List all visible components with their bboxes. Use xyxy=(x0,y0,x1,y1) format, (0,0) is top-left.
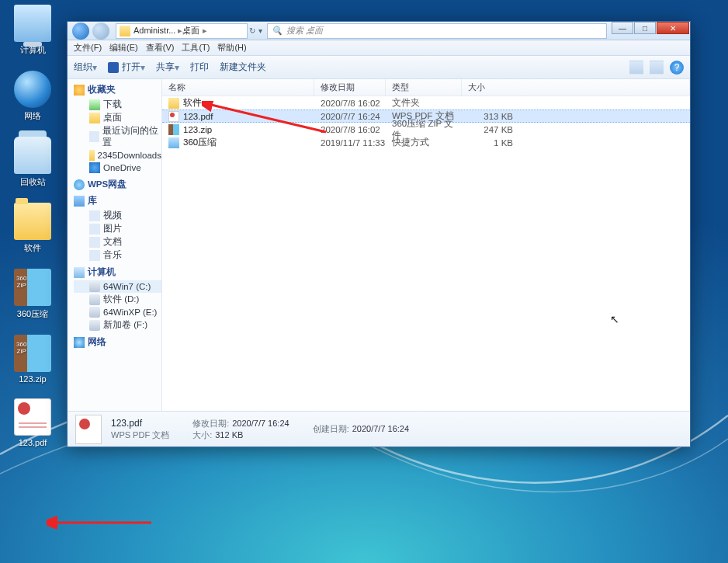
desktop: 计算机 网络 回收站 软件 360压缩 123.zip 123.pdf xyxy=(0,0,70,448)
preview-pane-icon[interactable] xyxy=(650,61,664,75)
menu-view[interactable]: 查看(V) xyxy=(146,42,175,54)
desktop-icon-label: 123.zip xyxy=(5,374,61,384)
titlebar[interactable]: Administr... 桌面 ↻ ▾ 🔍 搜索 桌面 — □ ✕ xyxy=(68,22,690,40)
file-date: 2020/7/7 16:24 xyxy=(314,112,386,121)
tb-newfolder[interactable]: 新建文件夹 xyxy=(220,61,266,74)
toolbar: 组织 打开 共享 打印 新建文件夹 ? xyxy=(68,56,690,79)
detail-cdate-v: 2020/7/7 16:24 xyxy=(352,424,409,433)
col-name[interactable]: 名称 xyxy=(162,79,314,96)
detail-name: 123.pdf xyxy=(111,418,169,429)
col-date[interactable]: 修改日期 xyxy=(314,79,386,96)
file-list: 名称 修改日期 类型 大小 软件2020/7/8 16:02文件夹123.pdf… xyxy=(162,79,690,411)
menu-help[interactable]: 帮助(H) xyxy=(217,42,246,54)
desktop-icon-recycle[interactable]: 回收站 xyxy=(5,137,61,189)
nav-item-2345[interactable]: 2345Downloads xyxy=(74,149,161,162)
globe-icon xyxy=(14,71,51,108)
col-size[interactable]: 大小 xyxy=(462,79,690,96)
nav-item-doc[interactable]: 文档 xyxy=(74,235,161,248)
window-controls: — □ ✕ xyxy=(612,27,690,34)
desktop-icon-123pdf[interactable]: 123.pdf xyxy=(5,398,61,448)
column-headers: 名称 修改日期 类型 大小 xyxy=(162,79,690,96)
tb-open[interactable]: 打开 xyxy=(108,61,145,74)
nav-item-video[interactable]: 视频 xyxy=(74,209,161,222)
desktop-icon-label: 360压缩 xyxy=(5,308,61,321)
desktop-icon-123zip[interactable]: 123.zip xyxy=(5,335,61,384)
nav-item-e[interactable]: 64WinXP (E:) xyxy=(74,306,161,318)
nav-back-button[interactable] xyxy=(72,23,89,40)
desktop-icon-label: 软件 xyxy=(5,242,61,255)
desktop-icon-network[interactable]: 网络 xyxy=(5,71,61,123)
nav-item-onedrive[interactable]: OneDrive xyxy=(74,162,161,174)
breadcrumb-seg[interactable]: Administr... xyxy=(133,26,182,36)
nav-pane: 收藏夹 下载 桌面 最近访问的位置 2345Downloads OneDrive… xyxy=(68,79,162,411)
desktop-icon-computer[interactable]: 计算机 xyxy=(5,5,61,57)
desktop-icon-software[interactable]: 软件 xyxy=(5,203,61,255)
close-button[interactable]: ✕ xyxy=(657,22,689,34)
desktop-icon-label: 回收站 xyxy=(5,176,61,189)
detail-mdate-v: 2020/7/7 16:24 xyxy=(232,419,289,428)
nav-item-recent[interactable]: 最近访问的位置 xyxy=(74,124,161,149)
file-name: 360压缩 xyxy=(183,137,217,148)
file-type: 文件夹 xyxy=(386,97,462,109)
menu-bar: 文件(F) 编辑(E) 查看(V) 工具(T) 帮助(H) xyxy=(68,40,690,56)
nav-computer[interactable]: 计算机 xyxy=(74,266,161,278)
nav-item-f[interactable]: 新加卷 (F:) xyxy=(74,318,161,332)
detail-mdate-k: 修改日期: xyxy=(192,419,229,428)
zip-icon xyxy=(14,335,51,372)
file-date: 2020/7/8 16:02 xyxy=(314,99,386,108)
nav-item-d[interactable]: 软件 (D:) xyxy=(74,293,161,306)
nav-item-c[interactable]: 64Win7 (C:) xyxy=(74,280,161,293)
maximize-button[interactable]: □ xyxy=(634,22,656,34)
nav-network[interactable]: 网络 xyxy=(74,336,161,348)
col-type[interactable]: 类型 xyxy=(386,79,462,96)
recycle-bin-icon xyxy=(14,137,51,174)
search-box[interactable]: 🔍 搜索 桌面 xyxy=(267,23,607,39)
desktop-icon-label: 网络 xyxy=(5,109,61,123)
file-row[interactable]: 360压缩2019/11/7 11:33快捷方式1 KB xyxy=(162,136,690,149)
file-date: 2019/11/7 11:33 xyxy=(314,138,386,148)
tb-share[interactable]: 共享 xyxy=(156,61,179,74)
search-icon: 🔍 xyxy=(270,24,284,38)
nav-item-picture[interactable]: 图片 xyxy=(74,222,161,235)
help-icon[interactable]: ? xyxy=(670,61,684,75)
file-row[interactable]: 123.zip2020/7/8 16:02360压缩 ZIP 文件247 KB xyxy=(162,123,690,136)
tb-organize[interactable]: 组织 xyxy=(74,61,97,74)
breadcrumb-seg[interactable]: 桌面 xyxy=(182,25,206,36)
details-pane: 123.pdf WPS PDF 文档 修改日期:2020/7/7 16:24 大… xyxy=(68,411,690,447)
menu-tools[interactable]: 工具(T) xyxy=(182,42,210,54)
file-name: 123.zip xyxy=(183,125,212,134)
refresh-icon[interactable]: ↻ xyxy=(249,26,255,35)
nav-libraries[interactable]: 库 xyxy=(74,195,161,207)
zip-icon xyxy=(168,124,179,135)
view-mode-icon[interactable] xyxy=(629,61,643,75)
menu-edit[interactable]: 编辑(E) xyxy=(109,42,138,54)
nav-wps[interactable]: WPS网盘 xyxy=(74,179,161,190)
file-row[interactable]: 软件2020/7/8 16:02文件夹 xyxy=(162,96,690,109)
minimize-button[interactable]: — xyxy=(612,22,633,34)
file-name: 软件 xyxy=(183,97,202,109)
desktop-icon-label: 123.pdf xyxy=(5,437,61,448)
dropdown-icon[interactable]: ▾ xyxy=(258,26,262,35)
file-thumb-icon xyxy=(75,415,102,444)
explorer-window: Administr... 桌面 ↻ ▾ 🔍 搜索 桌面 — □ ✕ 文件(F) … xyxy=(67,21,691,447)
breadcrumb-bar[interactable]: Administr... 桌面 xyxy=(116,23,248,39)
nav-favorites[interactable]: 收藏夹 xyxy=(74,84,161,96)
detail-size-v: 312 KB xyxy=(215,430,243,440)
annotation-arrow xyxy=(47,511,155,534)
nav-forward-button[interactable] xyxy=(92,23,109,40)
file-size: 247 KB xyxy=(462,125,521,134)
computer-icon xyxy=(14,5,51,42)
file-size: 313 KB xyxy=(462,112,521,121)
menu-file[interactable]: 文件(F) xyxy=(74,42,102,54)
detail-size-k: 大小: xyxy=(192,430,212,440)
nav-item-downloads[interactable]: 下载 xyxy=(74,98,161,111)
tb-print[interactable]: 打印 xyxy=(190,61,209,74)
desktop-icon-360zip[interactable]: 360压缩 xyxy=(5,269,61,321)
nav-item-music[interactable]: 音乐 xyxy=(74,248,161,262)
folder-icon xyxy=(120,26,130,36)
detail-cdate-k: 创建日期: xyxy=(313,424,349,433)
nav-item-desktop[interactable]: 桌面 xyxy=(74,111,161,124)
folder-icon xyxy=(168,98,179,109)
file-type: 快捷方式 xyxy=(386,137,462,148)
detail-type: WPS PDF 文档 xyxy=(111,429,169,441)
